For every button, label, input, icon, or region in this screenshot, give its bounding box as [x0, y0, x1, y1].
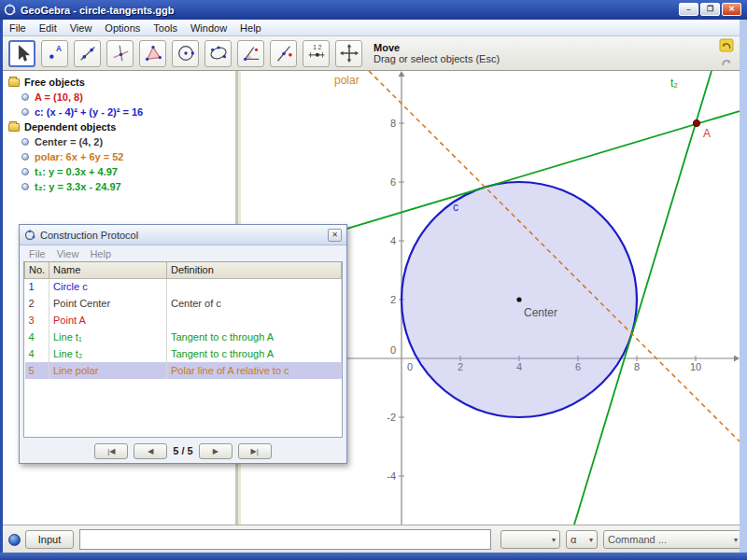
line-icon — [78, 43, 98, 63]
active-tool-name: Move — [374, 42, 500, 53]
geogebra-logo-icon — [24, 230, 35, 241]
input-field[interactable] — [79, 529, 491, 550]
slider-tool-button[interactable]: 1 2 — [303, 40, 330, 67]
construction-protocol-window[interactable]: Construction Protocol ✕ File View Help N… — [19, 224, 347, 464]
minimize-button[interactable]: – — [679, 3, 698, 16]
protocol-navigation-bar: |◀ ◀ 5 / 5 ▶ ▶| — [20, 438, 346, 464]
protocol-row[interactable]: 3 Point A — [25, 312, 342, 329]
svg-text:8: 8 — [634, 361, 640, 372]
first-step-button[interactable]: |◀ — [94, 443, 128, 459]
protocol-menu-help[interactable]: Help — [84, 247, 117, 260]
symbol-dropdown[interactable]: ▾ — [500, 530, 560, 549]
visibility-marble-icon[interactable] — [21, 168, 29, 175]
visibility-marble-icon[interactable] — [21, 183, 29, 190]
algebra-item-polar[interactable]: polar: 6x + 6y = 52 — [3, 149, 235, 164]
geogebra-window: GeoGebra - circle-tangents.ggb – ❐ ✕ Fil… — [0, 0, 747, 560]
svg-text:-2: -2 — [387, 412, 396, 423]
algebra-item-center[interactable]: Center = (4, 2) — [3, 134, 235, 149]
column-header-no[interactable]: No. — [25, 262, 49, 278]
greek-letter-dropdown[interactable]: α ▾ — [566, 530, 598, 549]
mirror-line-icon — [274, 43, 294, 63]
move-graphics-view-tool-button[interactable] — [335, 40, 362, 67]
perpendicular-line-tool-button[interactable] — [106, 40, 134, 67]
dependent-objects-header[interactable]: Dependent objects — [3, 119, 235, 134]
close-button[interactable]: ✕ — [722, 3, 741, 16]
last-step-button[interactable]: ▶| — [238, 443, 272, 459]
input-help-icon[interactable] — [8, 534, 21, 546]
menu-options[interactable]: Options — [98, 21, 147, 35]
svg-text:1 2: 1 2 — [313, 44, 321, 50]
circle-tool-button[interactable] — [172, 40, 199, 67]
redo-icon[interactable] — [719, 55, 734, 69]
move-cursor-icon — [12, 43, 33, 63]
visibility-marble-icon[interactable] — [21, 93, 29, 101]
polar-label[interactable]: polar — [334, 74, 359, 87]
next-step-button[interactable]: ▶ — [199, 443, 233, 459]
svg-text:8: 8 — [390, 118, 396, 129]
mirror-tool-button[interactable] — [270, 40, 297, 67]
a-label[interactable]: A — [703, 127, 711, 140]
visibility-marble-icon[interactable] — [21, 138, 29, 146]
command-dropdown[interactable]: Command ... ▾ — [603, 530, 742, 549]
protocol-row[interactable]: 4 Line t₁ Tangent to c through A — [25, 329, 342, 345]
protocol-row[interactable]: 1 Circle c — [25, 278, 342, 295]
angle-tool-button[interactable] — [237, 40, 264, 67]
chevron-down-icon: ▾ — [589, 536, 593, 544]
protocol-row-selected[interactable]: 5 Line polar Polar line of A relative to… — [25, 362, 342, 379]
point-icon: A — [45, 43, 65, 63]
visibility-marble-icon[interactable] — [21, 153, 29, 161]
y-axis-arrow-icon — [399, 71, 405, 77]
protocol-title: Construction Protocol — [40, 230, 138, 241]
menu-view[interactable]: View — [63, 21, 99, 35]
input-button[interactable]: Input — [25, 530, 74, 549]
window-border-left — [0, 20, 3, 560]
menu-tools[interactable]: Tools — [147, 21, 184, 35]
conic-tool-button[interactable] — [204, 40, 232, 67]
svg-text:-4: -4 — [387, 470, 396, 482]
column-header-name[interactable]: Name — [49, 262, 167, 278]
menu-help[interactable]: Help — [233, 21, 268, 35]
algebra-item-A[interactable]: A = (10, 8) — [3, 90, 235, 105]
maximize-button[interactable]: ❐ — [700, 3, 720, 16]
active-tool-hint: Drag or select objects (Esc) — [374, 53, 500, 64]
menu-window[interactable]: Window — [184, 21, 233, 35]
move-tool-button[interactable] — [8, 40, 35, 67]
window-border-right — [740, 20, 747, 560]
free-objects-header[interactable]: Free objects — [3, 75, 235, 90]
line-tool-button[interactable] — [74, 40, 101, 67]
protocol-row[interactable]: 4 Line t₂ Tangent to c through A — [25, 345, 342, 362]
previous-step-button[interactable]: ◀ — [134, 443, 167, 459]
window-border-bottom — [0, 553, 747, 560]
svg-text:10: 10 — [690, 361, 701, 372]
column-header-definition[interactable]: Definition — [167, 262, 342, 278]
folder-icon — [8, 78, 20, 87]
polygon-icon — [143, 43, 163, 63]
protocol-close-button[interactable]: ✕ — [328, 229, 342, 242]
protocol-title-bar[interactable]: Construction Protocol ✕ — [20, 225, 346, 245]
svg-text:0: 0 — [390, 344, 396, 356]
visibility-marble-icon[interactable] — [21, 108, 29, 116]
center-label[interactable]: Center — [524, 306, 557, 319]
protocol-menu-view[interactable]: View — [51, 247, 85, 260]
ellipse-icon — [208, 43, 229, 63]
protocol-row[interactable]: 2 Point Center Center of c — [25, 295, 342, 312]
menu-bar: File Edit View Options Tools Window Help — [3, 20, 740, 36]
point-center[interactable] — [516, 297, 521, 301]
menu-file[interactable]: File — [3, 21, 33, 35]
point-tool-button[interactable]: A — [41, 40, 68, 67]
svg-text:2: 2 — [390, 294, 396, 305]
menu-edit[interactable]: Edit — [33, 21, 63, 35]
svg-text:A: A — [55, 45, 61, 53]
move-view-arrows-icon — [339, 43, 359, 63]
step-position: 5 / 5 — [173, 445, 192, 456]
algebra-item-t2[interactable]: t₂: y = 3.3x - 24.97 — [3, 179, 235, 194]
c-label[interactable]: c — [453, 201, 458, 214]
t2-label[interactable]: t₂ — [670, 77, 678, 90]
algebra-item-c[interactable]: c: (x - 4)² + (y - 2)² = 16 — [3, 105, 235, 119]
protocol-menu-file[interactable]: File — [23, 247, 51, 260]
algebra-item-t1[interactable]: t₁: y = 0.3x + 4.97 — [3, 164, 235, 179]
polygon-tool-button[interactable] — [139, 40, 166, 67]
title-bar[interactable]: GeoGebra - circle-tangents.ggb – ❐ ✕ — [0, 0, 747, 20]
point-a[interactable] — [693, 119, 699, 126]
undo-icon[interactable] — [719, 38, 734, 52]
